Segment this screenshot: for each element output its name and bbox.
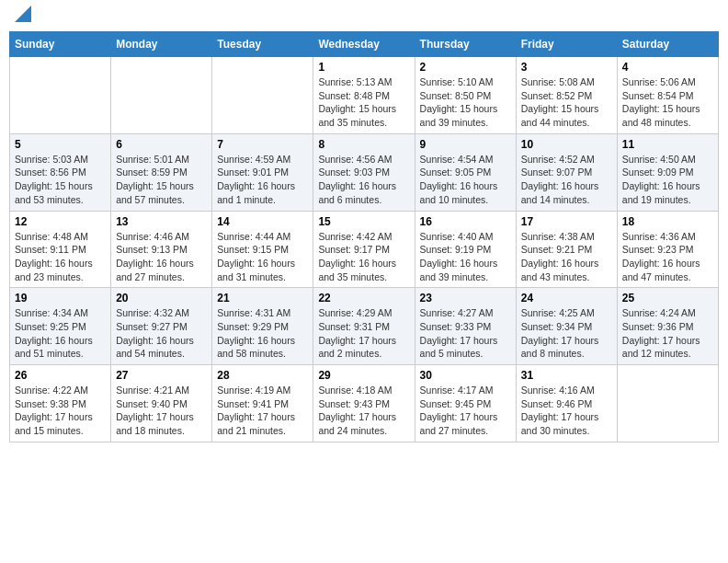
calendar-cell: 18Sunrise: 4:36 AM Sunset: 9:23 PM Dayli… [617,211,718,288]
day-number: 5 [15,138,106,151]
page-header [9,9,719,26]
day-info: Sunrise: 4:27 AM Sunset: 9:33 PM Dayligh… [420,306,511,361]
calendar-cell: 19Sunrise: 4:34 AM Sunset: 9:25 PM Dayli… [10,288,111,365]
calendar-week-row: 26Sunrise: 4:22 AM Sunset: 9:38 PM Dayli… [10,365,719,442]
day-info: Sunrise: 5:10 AM Sunset: 8:50 PM Dayligh… [420,75,511,130]
day-number: 6 [116,138,207,151]
calendar-cell: 22Sunrise: 4:29 AM Sunset: 9:31 PM Dayli… [313,288,415,365]
calendar-cell [111,57,212,134]
day-info: Sunrise: 4:44 AM Sunset: 9:15 PM Dayligh… [217,230,308,284]
calendar-cell: 14Sunrise: 4:44 AM Sunset: 9:15 PM Dayli… [212,211,313,288]
day-info: Sunrise: 4:31 AM Sunset: 9:29 PM Dayligh… [217,306,308,361]
day-number: 1 [318,61,409,74]
calendar-cell [212,57,313,134]
day-info: Sunrise: 4:18 AM Sunset: 9:43 PM Dayligh… [318,384,409,438]
day-number: 28 [217,369,308,382]
logo-triangle-icon [15,6,31,22]
logo [17,13,31,22]
calendar-week-row: 1Sunrise: 5:13 AM Sunset: 8:48 PM Daylig… [10,57,719,134]
day-info: Sunrise: 5:08 AM Sunset: 8:52 PM Dayligh… [521,75,612,130]
day-number: 19 [15,292,106,304]
weekday-header-row: SundayMondayTuesdayWednesdayThursdayFrid… [10,32,719,57]
calendar-cell: 29Sunrise: 4:18 AM Sunset: 9:43 PM Dayli… [313,365,415,442]
day-info: Sunrise: 4:25 AM Sunset: 9:34 PM Dayligh… [521,306,612,361]
calendar-cell: 21Sunrise: 4:31 AM Sunset: 9:29 PM Dayli… [212,288,313,365]
calendar-cell: 26Sunrise: 4:22 AM Sunset: 9:38 PM Dayli… [10,365,111,442]
day-number: 31 [521,369,612,382]
calendar-cell: 27Sunrise: 4:21 AM Sunset: 9:40 PM Dayli… [111,365,212,442]
calendar-cell: 5Sunrise: 5:03 AM Sunset: 8:56 PM Daylig… [10,133,111,211]
calendar-week-row: 5Sunrise: 5:03 AM Sunset: 8:56 PM Daylig… [10,133,719,211]
day-number: 22 [318,292,409,304]
calendar-cell: 12Sunrise: 4:48 AM Sunset: 9:11 PM Dayli… [10,211,111,288]
calendar-cell: 4Sunrise: 5:06 AM Sunset: 8:54 PM Daylig… [617,57,718,134]
calendar-cell: 9Sunrise: 4:54 AM Sunset: 9:05 PM Daylig… [415,133,516,211]
calendar-cell: 24Sunrise: 4:25 AM Sunset: 9:34 PM Dayli… [516,288,617,365]
day-number: 24 [521,292,612,304]
day-info: Sunrise: 4:34 AM Sunset: 9:25 PM Dayligh… [15,306,106,361]
day-info: Sunrise: 4:32 AM Sunset: 9:27 PM Dayligh… [116,306,207,361]
weekday-header-wednesday: Wednesday [313,32,415,57]
calendar-cell: 20Sunrise: 4:32 AM Sunset: 9:27 PM Dayli… [111,288,212,365]
day-info: Sunrise: 4:29 AM Sunset: 9:31 PM Dayligh… [318,306,409,361]
day-info: Sunrise: 4:59 AM Sunset: 9:01 PM Dayligh… [217,153,308,207]
calendar-cell: 2Sunrise: 5:10 AM Sunset: 8:50 PM Daylig… [415,57,516,134]
day-number: 26 [15,369,106,382]
day-number: 11 [622,138,713,151]
calendar-cell: 8Sunrise: 4:56 AM Sunset: 9:03 PM Daylig… [313,133,415,211]
svg-marker-0 [15,6,31,22]
calendar-cell: 16Sunrise: 4:40 AM Sunset: 9:19 PM Dayli… [415,211,516,288]
weekday-header-friday: Friday [516,32,617,57]
calendar-week-row: 12Sunrise: 4:48 AM Sunset: 9:11 PM Dayli… [10,211,719,288]
day-number: 10 [521,138,612,151]
day-info: Sunrise: 4:21 AM Sunset: 9:40 PM Dayligh… [116,384,207,438]
day-info: Sunrise: 4:38 AM Sunset: 9:21 PM Dayligh… [521,230,612,284]
day-info: Sunrise: 4:22 AM Sunset: 9:38 PM Dayligh… [15,384,106,438]
day-info: Sunrise: 4:36 AM Sunset: 9:23 PM Dayligh… [622,230,713,284]
day-number: 16 [420,215,511,228]
day-number: 14 [217,215,308,228]
weekday-header-sunday: Sunday [10,32,111,57]
day-number: 9 [420,138,511,151]
day-number: 29 [318,369,409,382]
day-info: Sunrise: 4:17 AM Sunset: 9:45 PM Dayligh… [420,384,511,438]
calendar-table: SundayMondayTuesdayWednesdayThursdayFrid… [9,31,719,442]
day-info: Sunrise: 4:52 AM Sunset: 9:07 PM Dayligh… [521,153,612,207]
calendar-cell: 17Sunrise: 4:38 AM Sunset: 9:21 PM Dayli… [516,211,617,288]
day-number: 8 [318,138,409,151]
day-info: Sunrise: 4:40 AM Sunset: 9:19 PM Dayligh… [420,230,511,284]
calendar-week-row: 19Sunrise: 4:34 AM Sunset: 9:25 PM Dayli… [10,288,719,365]
day-number: 4 [622,61,713,74]
calendar-cell: 11Sunrise: 4:50 AM Sunset: 9:09 PM Dayli… [617,133,718,211]
day-number: 7 [217,138,308,151]
calendar-cell: 23Sunrise: 4:27 AM Sunset: 9:33 PM Dayli… [415,288,516,365]
calendar-cell: 7Sunrise: 4:59 AM Sunset: 9:01 PM Daylig… [212,133,313,211]
weekday-header-saturday: Saturday [617,32,718,57]
day-info: Sunrise: 5:03 AM Sunset: 8:56 PM Dayligh… [15,153,106,207]
day-number: 30 [420,369,511,382]
weekday-header-tuesday: Tuesday [212,32,313,57]
day-number: 17 [521,215,612,228]
weekday-header-thursday: Thursday [415,32,516,57]
day-info: Sunrise: 4:56 AM Sunset: 9:03 PM Dayligh… [318,153,409,207]
day-number: 20 [116,292,207,304]
calendar-cell: 31Sunrise: 4:16 AM Sunset: 9:46 PM Dayli… [516,365,617,442]
day-info: Sunrise: 4:19 AM Sunset: 9:41 PM Dayligh… [217,384,308,438]
calendar-cell: 1Sunrise: 5:13 AM Sunset: 8:48 PM Daylig… [313,57,415,134]
day-info: Sunrise: 5:06 AM Sunset: 8:54 PM Dayligh… [622,75,713,130]
calendar-cell: 3Sunrise: 5:08 AM Sunset: 8:52 PM Daylig… [516,57,617,134]
day-info: Sunrise: 4:16 AM Sunset: 9:46 PM Dayligh… [521,384,612,438]
day-number: 3 [521,61,612,74]
day-info: Sunrise: 4:50 AM Sunset: 9:09 PM Dayligh… [622,153,713,207]
day-info: Sunrise: 4:42 AM Sunset: 9:17 PM Dayligh… [318,230,409,284]
calendar-cell: 25Sunrise: 4:24 AM Sunset: 9:36 PM Dayli… [617,288,718,365]
day-number: 12 [15,215,106,228]
day-number: 21 [217,292,308,304]
calendar-cell: 15Sunrise: 4:42 AM Sunset: 9:17 PM Dayli… [313,211,415,288]
day-info: Sunrise: 4:24 AM Sunset: 9:36 PM Dayligh… [622,306,713,361]
day-number: 15 [318,215,409,228]
day-number: 23 [420,292,511,304]
calendar-cell: 30Sunrise: 4:17 AM Sunset: 9:45 PM Dayli… [415,365,516,442]
calendar-cell [617,365,718,442]
day-number: 13 [116,215,207,228]
